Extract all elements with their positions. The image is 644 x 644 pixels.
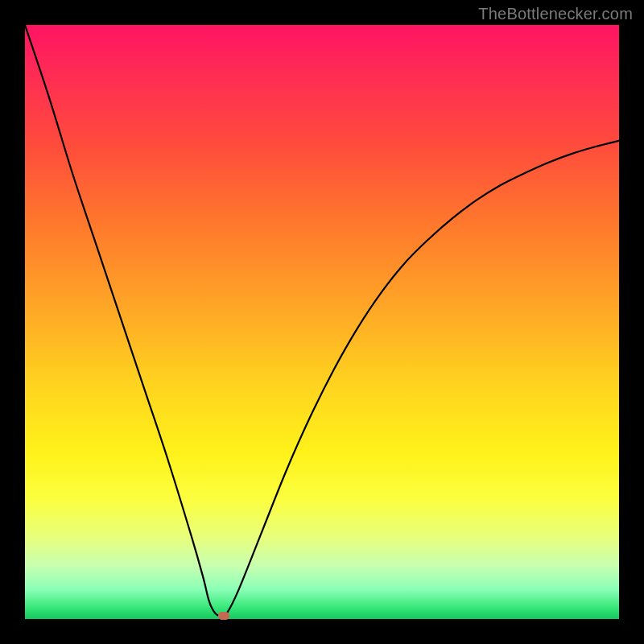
watermark-text: TheBottlenecker.com	[478, 5, 633, 23]
bottleneck-curve	[25, 25, 619, 619]
plot-area	[25, 25, 619, 619]
optimum-marker	[218, 612, 229, 620]
chart-frame: TheBottlenecker.com	[0, 0, 644, 644]
